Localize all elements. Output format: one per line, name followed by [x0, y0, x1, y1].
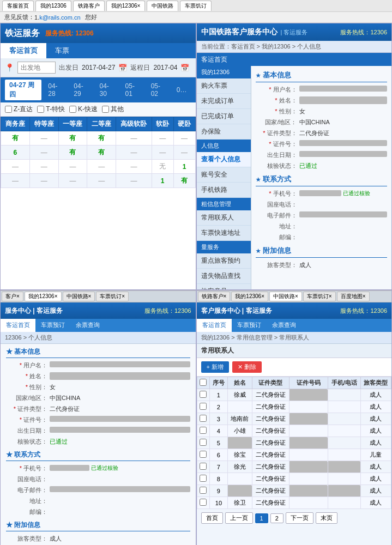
mid-tab-tiedu[interactable]: 中国铁路× [63, 292, 95, 301]
checkbox-t[interactable] [37, 106, 44, 113]
contact-row-5: 5 ██ 二代身份证 61█████ 成人 [197, 437, 391, 449]
mid-tab-client[interactable]: 客户× [2, 292, 23, 301]
contact-checkbox-2[interactable] [200, 403, 207, 410]
add-contact-button[interactable]: + 新增 [201, 361, 229, 373]
q3-value-username: WQ██████ [50, 361, 190, 367]
mid-tab-ticket[interactable]: 车票饥订× [96, 292, 129, 301]
filter-z[interactable]: Z-直达 [5, 105, 33, 114]
value-passengertype: 成人 [299, 261, 388, 269]
info-row-address: 地址： [256, 222, 388, 231]
quad3-hotline: 服务热线：12306 [144, 307, 191, 315]
menu-item-vip[interactable]: 重点旅客预约 [197, 253, 251, 269]
select-all-checkbox[interactable] [200, 379, 207, 386]
q3-label-idnum: 证件号： [6, 416, 50, 424]
menu-item-opinion[interactable]: 旅客意见 [197, 284, 251, 290]
contact-checkbox-7[interactable] [200, 463, 207, 470]
filter-k[interactable]: K-快速 [69, 105, 98, 114]
label-email: 电子邮件： [256, 211, 299, 220]
quad4-header: 客户服务中心 | 客运服务 服务热线：12306 [197, 302, 392, 319]
feedback-email[interactable]: k@rails.com.cn [39, 14, 80, 21]
checkbox-other[interactable] [102, 106, 109, 113]
tab-my12306[interactable]: 我的12306 [35, 1, 71, 11]
table-row: — — — — — 1 有 [1, 174, 196, 188]
q3-row-postcode: 邮编： [6, 508, 190, 516]
mid-tab2-my12306[interactable]: 我的12306× [231, 292, 268, 301]
cal-icon-depart[interactable]: 📅 [118, 64, 127, 72]
checkbox-z[interactable] [5, 106, 12, 113]
menu-item-lost[interactable]: 遗失物品查找 [197, 269, 251, 284]
mid-tab2-zhongguo[interactable]: 中国铁路× [269, 292, 302, 301]
date-0430[interactable]: 04-30 [95, 81, 118, 99]
page-2-button[interactable]: 2 [270, 513, 284, 523]
q4-subnav-book[interactable]: 车票预订 [232, 319, 267, 332]
logo-text: 铁运服务 [5, 28, 40, 39]
quad3-logo: 服务中心 | 客运服务 [5, 306, 63, 316]
menu-item-done[interactable]: 已完成订单 [197, 109, 251, 124]
tab-kefuyemian[interactable]: 客服首页 [2, 1, 34, 11]
first-page-button[interactable]: 首页 [201, 512, 223, 524]
contact-checkbox-6[interactable] [200, 451, 207, 458]
contact-checkbox-9[interactable] [200, 487, 207, 494]
from-input[interactable] [17, 62, 56, 74]
mid-tab-my12306[interactable]: 我的12306× [25, 292, 62, 301]
menu-item-mobile[interactable]: 手机铁路 [197, 183, 251, 198]
mid-tab2-map[interactable]: 百度地图× [337, 292, 370, 301]
next-page-button[interactable]: 下一页 [286, 512, 313, 524]
menu-item-contacts[interactable]: 常用联系人 [197, 210, 251, 226]
q3-row-ptype: 旅客类型： 成人 [6, 535, 190, 543]
date-0429[interactable]: 04-29 [69, 81, 93, 99]
nav-tab-tickets[interactable]: 车票 [46, 43, 78, 58]
contact-checkbox-1[interactable] [200, 391, 207, 398]
menu-item-tickets[interactable]: 购火车票 [197, 78, 251, 94]
value-gender: 女 [299, 107, 388, 116]
quad4-hotline: 服务热线：12306 [340, 307, 387, 315]
page-1-button[interactable]: 1 [255, 513, 268, 523]
date-more[interactable]: 0… [172, 85, 191, 95]
menu-item-insurance[interactable]: 办保险 [197, 124, 251, 140]
menu-item-view-info[interactable]: 查看个人信息 [197, 152, 251, 167]
filter-t[interactable]: T-特快 [37, 105, 65, 114]
quad2-logo: 中国铁路客户服务中心 [201, 27, 278, 37]
contact-checkbox-8[interactable] [200, 475, 207, 482]
cal-icon-return[interactable]: 📅 [180, 64, 189, 72]
subnav-remaining[interactable]: 余票查询 [70, 319, 105, 332]
section-extra-q3: ★ 附加信息 [6, 520, 190, 531]
prev-page-button[interactable]: 上一页 [225, 512, 253, 524]
section-basic-title: 基本信息 [256, 70, 388, 82]
q4-subnav-home[interactable]: 客运首页 [197, 319, 232, 332]
subnav-book[interactable]: 车票预订 [35, 319, 70, 332]
mid-tab2-tiedu[interactable]: 铁路客户× [198, 292, 231, 301]
delete-contact-button[interactable]: ✕ 删除 [232, 361, 262, 373]
contact-checkbox-5[interactable] [200, 439, 207, 446]
info-row-country: 国家/地区： 中国CHINA [256, 118, 388, 126]
menu-item-security[interactable]: 账号安全 [197, 167, 251, 183]
nav-tab-home[interactable]: 客运首页 [1, 43, 46, 58]
tab-chepiaoguiding[interactable]: 车票饥订 [180, 1, 212, 11]
contact-checkbox-3[interactable] [200, 415, 207, 422]
tab-tieluke[interactable]: 铁路客户 [73, 1, 105, 11]
date-today[interactable]: 04-27 周四 [5, 80, 41, 100]
date-0428[interactable]: 04-28 [44, 81, 67, 99]
menu-item-pending[interactable]: 未完成订单 [197, 94, 251, 109]
menu-group-title-2: 人信息 [197, 140, 251, 152]
menu-item-delivery[interactable]: 车票快速地址 [197, 226, 251, 241]
nav-home-label[interactable]: 客运首页 [201, 55, 227, 64]
table-row: 6 — 有 有 — — — [1, 146, 196, 160]
last-page-button[interactable]: 末页 [316, 512, 337, 524]
value-name: ██男 [299, 96, 388, 104]
checkbox-k[interactable] [69, 106, 76, 113]
label-username: 用户名： [256, 86, 299, 94]
info-row-birthday: 出生日期： 1969██████ [256, 151, 388, 159]
q4-subnav-remaining[interactable]: 余票查询 [267, 319, 301, 332]
tab-zhongguotiedu[interactable]: 中国铁路 [147, 1, 178, 11]
contact-checkbox-10[interactable] [200, 499, 207, 506]
mid-tab2-ticket[interactable]: 车票饥订× [303, 292, 336, 301]
subnav-home[interactable]: 客运首页 [1, 319, 35, 332]
filter-other[interactable]: 其他 [102, 105, 124, 114]
contact-checkbox-4[interactable] [200, 427, 207, 434]
date-0502[interactable]: 05-02 [147, 81, 170, 99]
contact-row-7: 7 徐光 二代身份证 4300████ 139████ 成人 [197, 461, 391, 473]
tab-my12306-2[interactable]: 我的12306× [106, 1, 146, 11]
date-0501[interactable]: 05-01 [121, 81, 144, 99]
label-postcode: 邮编： [256, 233, 299, 241]
